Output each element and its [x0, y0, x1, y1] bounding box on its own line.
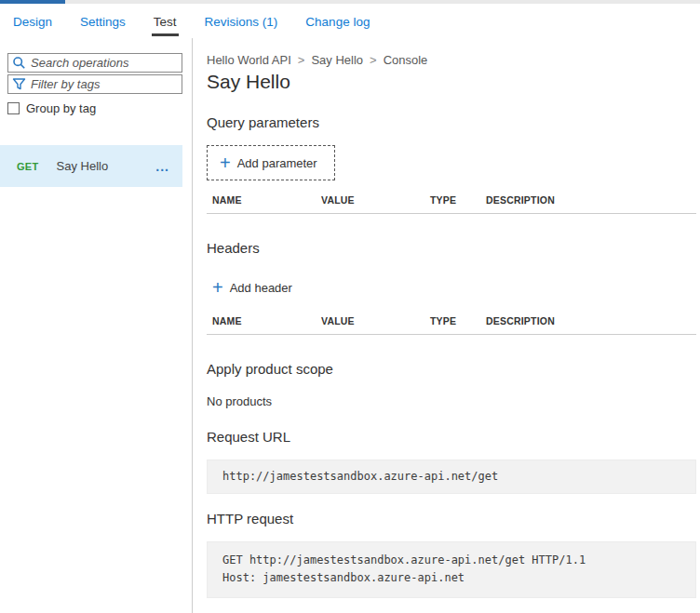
request-url-heading: Request URL: [207, 429, 696, 445]
add-header-button[interactable]: + Add header: [207, 278, 309, 297]
column-name: NAME: [212, 315, 321, 326]
column-value: VALUE: [321, 315, 430, 326]
filter-by-tags-box: [7, 74, 182, 94]
add-parameter-label: Add parameter: [237, 156, 317, 170]
tab-change-log[interactable]: Change log: [303, 7, 371, 36]
http-request-line: Host: jamestestsandbox.azure-api.net: [222, 569, 680, 587]
tab-bar: Design Settings Test Revisions (1) Chang…: [0, 4, 700, 38]
headers-heading: Headers: [207, 240, 696, 256]
plus-icon: +: [220, 153, 231, 172]
column-type: TYPE: [430, 194, 486, 206]
add-parameter-button[interactable]: + Add parameter: [207, 145, 335, 180]
tab-revisions[interactable]: Revisions (1): [203, 7, 280, 36]
search-operations-input[interactable]: [31, 56, 170, 70]
query-parameters-table-header: NAME VALUE TYPE DESCRIPTION: [207, 189, 696, 214]
operation-method-badge: GET: [17, 161, 39, 172]
page-title-clip: Say Hello: [207, 73, 696, 95]
add-header-label: Add header: [230, 281, 292, 295]
page-title: Say Hello: [207, 73, 696, 94]
sidebar-operation-say-hello[interactable]: GET Say Hello ...: [0, 145, 182, 187]
breadcrumb-api[interactable]: Hello World API: [207, 53, 291, 67]
filter-funnel-icon: [12, 77, 26, 91]
product-scope-heading: Apply product scope: [207, 361, 696, 377]
console-main-panel: Hello World API>Say Hello>Console Say He…: [194, 38, 700, 613]
http-request-box: GET http://jamestestsandbox.azure-api.ne…: [207, 541, 696, 598]
query-parameters-heading: Query parameters: [207, 114, 696, 130]
group-by-tag-checkbox[interactable]: [7, 102, 20, 114]
column-type: TYPE: [430, 315, 486, 326]
filter-by-tags-input[interactable]: [31, 77, 170, 91]
breadcrumb-separator: >: [370, 53, 377, 67]
tab-settings[interactable]: Settings: [78, 7, 128, 36]
operation-name: Say Hello: [57, 159, 109, 173]
request-url-value: http://jamestestsandbox.azure-api.net/ge…: [207, 460, 696, 494]
breadcrumb-separator: >: [298, 53, 305, 67]
column-value: VALUE: [321, 194, 430, 206]
column-description: DESCRIPTION: [486, 315, 696, 326]
search-operations-box: [7, 53, 182, 73]
column-description: DESCRIPTION: [486, 194, 696, 206]
no-products-text: No products: [207, 394, 696, 408]
plus-icon: +: [212, 278, 223, 297]
breadcrumb-operation[interactable]: Say Hello: [311, 53, 363, 67]
headers-table-header: NAME VALUE TYPE DESCRIPTION: [207, 310, 696, 335]
breadcrumb: Hello World API>Say Hello>Console: [207, 53, 696, 67]
tab-design[interactable]: Design: [11, 7, 54, 36]
operations-sidebar: Group by tag GET Say Hello ...: [0, 38, 193, 613]
tab-test[interactable]: Test: [152, 7, 179, 36]
group-by-tag-row: Group by tag: [7, 101, 192, 115]
breadcrumb-console: Console: [384, 53, 428, 67]
search-icon: [12, 56, 26, 70]
http-request-line: GET http://jamestestsandbox.azure-api.ne…: [222, 552, 680, 569]
operation-more-menu[interactable]: ...: [155, 159, 169, 174]
column-name: NAME: [212, 194, 321, 206]
http-request-heading: HTTP request: [207, 511, 696, 526]
group-by-tag-label: Group by tag: [26, 101, 96, 115]
